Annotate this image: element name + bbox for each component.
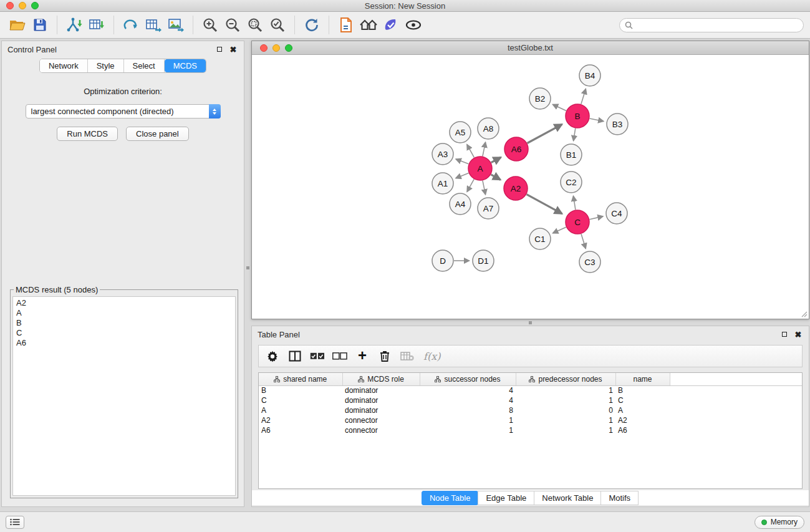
graph-edge[interactable] (590, 118, 604, 122)
search-field[interactable] (619, 18, 804, 32)
network-canvas[interactable]: B4B2BB3A5A8A6B1A3AC2A1A2A4A7C4CC1C3DD1 (252, 56, 809, 319)
table-row[interactable]: Adominator80A (259, 405, 802, 415)
graph-edge[interactable] (483, 142, 486, 156)
style-check-button[interactable] (380, 14, 402, 36)
function-builder-button[interactable]: f(x) (420, 351, 440, 362)
document-layout-button[interactable] (335, 14, 357, 36)
graph-edge[interactable] (528, 124, 562, 143)
network-window-titlebar[interactable]: testGlobe.txt (252, 41, 809, 55)
column-header-shared-name[interactable]: shared name (259, 373, 342, 385)
graph-node[interactable]: C4 (606, 203, 627, 224)
graph-node[interactable]: C (566, 210, 589, 234)
graph-node[interactable]: B1 (561, 144, 582, 165)
zoom-out-button[interactable] (221, 14, 244, 36)
graph-edge[interactable] (581, 234, 586, 248)
criterion-dropdown[interactable]: largest connected component (directed) (26, 104, 221, 118)
graph-edge[interactable] (456, 159, 468, 164)
delete-row-button[interactable] (375, 347, 395, 365)
tab-style[interactable]: Style (88, 59, 124, 72)
graph-edge[interactable] (574, 128, 576, 141)
tab-node-table[interactable]: Node Table (422, 491, 479, 505)
refresh-layout-button[interactable] (301, 14, 323, 36)
home-overview-button[interactable] (357, 14, 380, 36)
zoom-fit-button[interactable] (244, 14, 266, 36)
list-item[interactable]: C (16, 328, 235, 338)
delete-table-button[interactable] (397, 347, 417, 365)
column-header-successor-nodes[interactable]: successor nodes (420, 373, 516, 385)
tab-motifs[interactable]: Motifs (600, 491, 639, 505)
float-panel-icon[interactable] (215, 44, 224, 54)
graph-edge[interactable] (467, 179, 474, 191)
open-session-button[interactable] (6, 14, 29, 36)
graph-node[interactable]: A7 (478, 198, 499, 219)
resize-grip-icon[interactable] (800, 310, 808, 317)
memory-button[interactable]: Memory (755, 516, 804, 529)
graph-edge[interactable] (467, 145, 474, 158)
search-input[interactable] (636, 21, 798, 29)
column-header-predecessor-nodes[interactable]: predecessor nodes (516, 373, 615, 385)
run-mcds-button[interactable]: Run MCDS (57, 127, 118, 141)
graph-node[interactable]: B4 (579, 65, 600, 86)
tab-network[interactable]: Network (40, 59, 88, 72)
list-item[interactable]: A2 (16, 298, 235, 308)
graph-node[interactable]: B (566, 104, 589, 128)
column-header-mcds-role[interactable]: MCDS role (342, 373, 420, 385)
graph-node[interactable]: B2 (529, 88, 551, 109)
tab-edge-table[interactable]: Edge Table (478, 491, 534, 505)
graph-node[interactable]: D1 (473, 250, 494, 271)
graph-edge[interactable] (590, 216, 603, 220)
close-table-panel-icon[interactable]: ✖ (793, 329, 803, 339)
vertical-splitter[interactable] (244, 39, 251, 511)
deselect-all-button[interactable] (330, 347, 350, 365)
close-panel-icon[interactable]: ✖ (228, 44, 238, 54)
graph-node[interactable]: B3 (607, 114, 628, 135)
mcds-result-list[interactable]: A2ABCA6 (12, 296, 236, 496)
network-graph[interactable]: B4B2BB3A5A8A6B1A3AC2A1A2A4A7C4CC1C3DD1 (252, 56, 809, 319)
float-table-panel-icon[interactable] (779, 329, 789, 339)
table-row[interactable]: A6connector11A6 (259, 425, 802, 435)
add-row-button[interactable]: + (352, 347, 372, 365)
list-item[interactable]: A (16, 308, 235, 318)
table-row[interactable]: Bdominator41B (259, 385, 802, 395)
list-item[interactable]: A6 (16, 338, 235, 348)
graph-edge[interactable] (573, 196, 575, 210)
graph-edge[interactable] (491, 175, 500, 180)
select-all-button[interactable] (307, 347, 327, 365)
graph-node[interactable]: C1 (529, 228, 551, 249)
graph-node[interactable]: A5 (450, 122, 471, 143)
graph-node[interactable]: A4 (450, 193, 471, 215)
graph-node[interactable]: A1 (432, 173, 453, 194)
graph-edge[interactable] (552, 105, 566, 111)
table-row[interactable]: Cdominator41C (259, 395, 802, 405)
graph-node[interactable]: D (432, 250, 453, 271)
task-history-button[interactable] (6, 516, 24, 529)
show-columns-button[interactable] (285, 347, 305, 365)
graph-node[interactable]: A8 (478, 118, 499, 139)
graph-edge[interactable] (491, 157, 501, 162)
window-titlebar[interactable]: Session: New Session (0, 0, 810, 12)
graph-node[interactable]: A (468, 157, 492, 180)
graph-node[interactable]: A2 (504, 177, 528, 200)
graph-node[interactable]: C2 (561, 172, 582, 193)
import-network-button[interactable] (63, 14, 85, 36)
horizontal-splitter[interactable] (251, 319, 809, 326)
eye-button[interactable] (402, 14, 425, 36)
zoom-selected-button[interactable] (266, 14, 289, 36)
close-panel-button[interactable]: Close panel (126, 127, 189, 141)
graph-node[interactable]: C3 (579, 251, 600, 273)
tab-network-table[interactable]: Network Table (534, 491, 601, 505)
list-item[interactable]: B (16, 318, 235, 328)
graph-edge[interactable] (553, 227, 566, 233)
table-row[interactable]: A2connector11A2 (259, 415, 802, 425)
tab-mcds[interactable]: MCDS (165, 59, 206, 72)
export-image-button[interactable] (165, 14, 187, 36)
export-network-button[interactable] (120, 14, 142, 36)
graph-node[interactable]: A3 (432, 143, 453, 165)
save-session-button[interactable] (29, 14, 51, 36)
graph-edge[interactable] (456, 173, 469, 178)
graph-edge[interactable] (581, 89, 586, 104)
graph-node[interactable]: A6 (504, 137, 528, 161)
graph-edge[interactable] (483, 181, 486, 195)
graph-edge[interactable] (527, 195, 562, 214)
zoom-in-button[interactable] (199, 14, 221, 36)
